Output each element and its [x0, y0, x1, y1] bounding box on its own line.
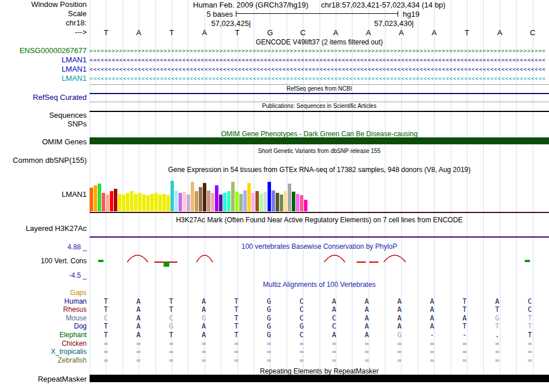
gtex-bar[interactable]	[122, 195, 125, 211]
gtex-bar[interactable]	[170, 181, 174, 211]
gtex-bar[interactable]	[102, 193, 105, 211]
sequences-label[interactable]: Sequences	[0, 111, 87, 120]
gene-row[interactable]: LMAN1<<<<<<<<<<<<<<<<<<<<<<<<<<<<<<<<<<<…	[0, 55, 549, 65]
gene-label[interactable]: LMAN1	[0, 65, 87, 74]
gtex-bar[interactable]	[98, 184, 101, 211]
species-label[interactable]: Dog	[0, 322, 87, 331]
gene-strand-arrows[interactable]: <<<<<<<<<<<<<<<<<<<<<<<<<<<<<<<<<<<<<<<<…	[90, 65, 546, 74]
gene-row[interactable]: LMAN1<<<<<<<<<<<<<<<<<<<<<<<<<<<<<<<<<<<…	[0, 74, 549, 83]
gtex-bar[interactable]	[280, 195, 283, 211]
gtex-bar[interactable]	[175, 191, 178, 211]
gtex-bar[interactable]	[166, 195, 170, 211]
gtex-bar[interactable]	[300, 195, 303, 211]
gtex-bar[interactable]	[207, 191, 210, 211]
gtex-bar[interactable]	[215, 185, 218, 211]
gtex-bar[interactable]	[231, 182, 235, 211]
gtex-bar[interactable]	[118, 194, 121, 211]
alignment-row-dog[interactable]: DogTAGATGGCAAATTT	[0, 322, 549, 331]
gtex-bar[interactable]	[211, 193, 214, 211]
repeatmasker-track-bar[interactable]	[90, 375, 549, 382]
gtex-bar[interactable]	[191, 182, 194, 211]
species-label[interactable]: Mouse	[0, 314, 87, 323]
gtex-gene-label[interactable]: LMAN1	[0, 191, 87, 199]
species-label[interactable]: Zebrafish	[0, 356, 87, 365]
gtex-bar[interactable]	[239, 194, 243, 211]
base-row[interactable]: TATATGCAAAATAC	[90, 28, 549, 37]
species-label[interactable]: Elephant	[0, 331, 87, 339]
gtex-bar[interactable]	[183, 192, 186, 211]
species-label[interactable]: Rhesus	[0, 305, 87, 314]
gtex-bar[interactable]	[126, 193, 129, 211]
gtex-bar[interactable]	[264, 192, 267, 211]
gtex-bar[interactable]	[94, 185, 97, 211]
gtex-bar[interactable]	[268, 182, 271, 211]
gtex-bar[interactable]	[130, 191, 133, 211]
gtex-bar[interactable]	[110, 191, 113, 211]
gene-strand-arrows[interactable]: <<<<<<<<<<<<<<<<<<<<<<<<<<<<<<<<<<<<<<<<…	[90, 55, 546, 65]
gtex-bar[interactable]	[304, 200, 307, 211]
gtex-bar[interactable]	[223, 193, 227, 211]
gtex-bar[interactable]	[255, 191, 259, 211]
gene-label[interactable]: ENSG00000267677	[0, 46, 87, 55]
conservation-canvas[interactable]	[90, 251, 549, 272]
alignment-row-x_tropicalis[interactable]: X_tropicalis==============	[0, 348, 549, 356]
alignment-row-human[interactable]: HumanTATATGCAAAATAC	[0, 297, 549, 306]
refseq-track-line[interactable]	[90, 93, 549, 94]
gtex-bar[interactable]	[187, 195, 190, 211]
gtex-bar[interactable]	[292, 192, 295, 211]
h3k27ac-signal-line[interactable]	[90, 236, 549, 238]
gtex-bar[interactable]	[195, 191, 198, 211]
gtex-bar[interactable]	[272, 191, 275, 211]
gene-strand-arrows[interactable]: >>>>>>>>>>>>>>>>>>>>>>>>>>>>>>>>>>>>>>>>…	[90, 46, 546, 55]
gtex-bar[interactable]	[114, 189, 117, 211]
layered-h3k27ac-label[interactable]: Layered H3K27Ac	[0, 225, 87, 233]
gtex-bar[interactable]	[288, 184, 291, 211]
gtex-bar[interactable]	[219, 195, 222, 211]
gtex-bar[interactable]	[138, 193, 142, 211]
gtex-bar[interactable]	[247, 183, 251, 211]
species-label[interactable]: Gaps	[0, 289, 87, 297]
gtex-bar[interactable]	[142, 195, 146, 211]
gtex-bar[interactable]	[251, 193, 255, 211]
species-label[interactable]: Chicken	[0, 339, 87, 348]
gtex-bar[interactable]	[106, 195, 109, 211]
alignment-row-rhesus[interactable]: RhesusTATATGCAAAATTC	[0, 305, 549, 314]
gene-label[interactable]: LMAN1	[0, 74, 87, 83]
omim-genes-label[interactable]: OMIM Genes	[0, 138, 87, 146]
refseq-curated-label[interactable]: RefSeq Curated	[0, 94, 87, 102]
gtex-bar[interactable]	[179, 193, 182, 211]
snps-label[interactable]: SNPs	[0, 120, 87, 128]
alignment-row-gaps[interactable]: Gaps	[0, 289, 549, 297]
alignment-row-chicken[interactable]: Chicken==============	[0, 339, 549, 348]
gene-row[interactable]: LMAN1<<<<<<<<<<<<<<<<<<<<<<<<<<<<<<<<<<<…	[0, 65, 549, 74]
species-label[interactable]: X_tropicalis	[0, 348, 87, 356]
gtex-bar[interactable]	[235, 192, 239, 211]
gtex-bar[interactable]	[296, 194, 299, 211]
gtex-bar[interactable]	[199, 187, 202, 211]
gtex-bar[interactable]	[90, 188, 93, 211]
species-label[interactable]: Human	[0, 297, 87, 306]
repeatmasker-label[interactable]: RepeatMasker	[0, 375, 87, 383]
gtex-bar[interactable]	[134, 194, 138, 211]
gtex-bar[interactable]	[158, 195, 162, 211]
alignment-row-elephant[interactable]: ElephantTATATGCAAG--.T	[0, 331, 549, 339]
gtex-bar[interactable]	[259, 194, 263, 211]
alignment-row-mouse[interactable]: MouseCACGTGCCAAAAGT	[0, 314, 549, 323]
gtex-bar[interactable]	[227, 191, 231, 211]
gtex-bar[interactable]	[154, 193, 158, 211]
vert-cons-label[interactable]: 100 Vert. Cons	[0, 257, 87, 265]
gene-label[interactable]: LMAN1	[0, 55, 87, 65]
gtex-bar[interactable]	[276, 193, 279, 211]
common-dbsnp-label[interactable]: Common dbSNP(155)	[0, 156, 87, 165]
gtex-bar[interactable]	[162, 194, 166, 211]
sequences-track-line[interactable]	[90, 111, 549, 112]
gtex-bar[interactable]	[284, 191, 287, 211]
omim-track-bar[interactable]	[90, 137, 549, 144]
gtex-bar[interactable]	[203, 183, 206, 211]
alignment-row-zebrafish[interactable]: Zebrafish==============	[0, 356, 549, 365]
gtex-bar[interactable]	[243, 191, 247, 211]
gtex-bars[interactable]	[90, 177, 549, 211]
gene-row[interactable]: ENSG00000267677>>>>>>>>>>>>>>>>>>>>>>>>>…	[0, 46, 549, 55]
gtex-bar[interactable]	[146, 195, 150, 211]
gtex-bar[interactable]	[150, 194, 154, 211]
